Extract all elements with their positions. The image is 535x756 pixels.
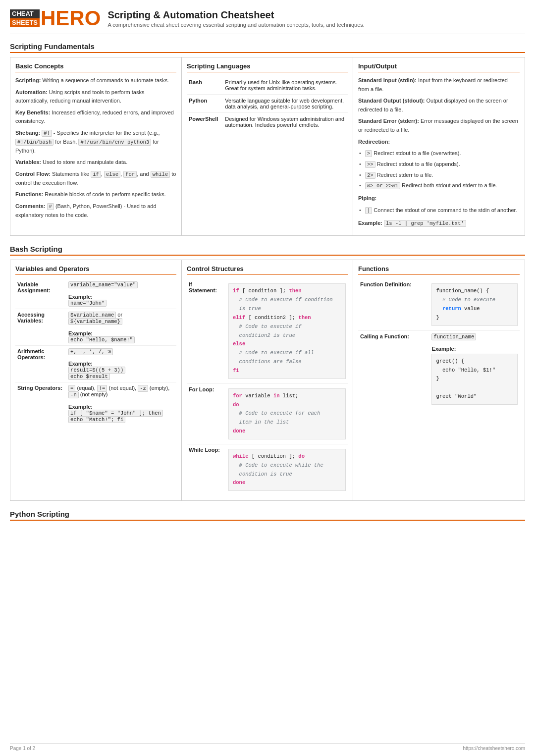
- table-row: PowerShell Designed for Windows system a…: [187, 113, 348, 131]
- fn-call-content: function_name Example: greet() { echo "H…: [429, 330, 520, 409]
- redirect-append-code: >>: [365, 161, 375, 168]
- list-item: &> or 2>&1 Redirect both stdout and stde…: [358, 180, 520, 191]
- for-code: for: [123, 171, 137, 178]
- shebang-code: #!: [42, 130, 52, 137]
- table-row: Function Definition: function_name() { #…: [358, 279, 520, 330]
- fn-def-label: Function Definition:: [358, 279, 429, 330]
- keyword-in: in: [273, 393, 280, 399]
- page-number: Page 1 of 2: [10, 746, 35, 751]
- functions-header: Functions: [358, 265, 520, 275]
- key-benefits-label: Key Benefits:: [15, 109, 50, 115]
- logo-sheets: SHEETS: [10, 18, 40, 27]
- functions-table: Function Definition: function_name() { #…: [358, 279, 520, 409]
- piping-list: | Connect the stdout of one command to t…: [358, 205, 520, 216]
- var-access-code1: $variable_name: [68, 312, 116, 319]
- page-footer: Page 1 of 2 https://cheatsheetshero.com: [10, 743, 525, 751]
- string-op-example2: echo "Match!"; fi: [68, 416, 125, 423]
- keyword-do-while: do: [298, 453, 305, 459]
- comment-while: # Code to execute while the: [239, 462, 323, 468]
- string-op-content: = (equal), != (not equal), -z (empty), -…: [66, 382, 176, 426]
- control-structures-panel: Control Structures IfStatement: if [ con…: [182, 260, 353, 500]
- fn-call-example: greet() { echo "Hello, $1!" } greet "Wor…: [431, 354, 518, 405]
- arith-example2: echo $result: [68, 373, 110, 380]
- lang-powershell-desc: Designed for Windows system administrati…: [223, 113, 348, 131]
- comment-if: # Code to execute if condition: [239, 297, 333, 303]
- keyword-then2: then: [298, 315, 311, 321]
- keyword-then: then: [289, 288, 301, 294]
- var-assign-content: variable_name="value" Example: name="Joh…: [66, 279, 176, 309]
- for-code-block: for variable in list; do # Code to execu…: [228, 388, 346, 439]
- string-op-example1: if [ "$name" = "John" ]; then: [68, 410, 163, 417]
- comment-else: # Code to execute if all: [239, 350, 314, 356]
- table-row: VariableAssignment: variable_name="value…: [15, 279, 176, 309]
- example-label: Example:: [358, 220, 382, 226]
- example-label: Example:: [68, 404, 93, 410]
- lang-python-desc: Versatile language suitable for web deve…: [223, 95, 348, 113]
- arith-label: ArithmeticOperators:: [15, 346, 66, 382]
- var-assign-label: VariableAssignment:: [15, 279, 66, 309]
- arith-example1: result=$((5 + 3)): [68, 367, 125, 374]
- variables-panel: Variables and Operators VariableAssignme…: [10, 260, 182, 500]
- fundamentals-grid: Basic Concepts Scripting: Writing a sequ…: [10, 57, 525, 236]
- comment-if2: is true: [239, 306, 261, 312]
- fn-call-code: function_name: [431, 333, 476, 340]
- example-label: Example:: [68, 294, 93, 300]
- example-label: Example:: [68, 361, 93, 367]
- list-item: >> Redirect stdout to a file (appends).: [358, 159, 520, 170]
- comment-else2: conditions are false: [239, 359, 302, 365]
- stdout-label: Standard Output (stdout):: [358, 98, 425, 104]
- comment-elif: # Code to execute if: [239, 324, 302, 329]
- table-row: For Loop: for variable in list; do # Cod…: [187, 383, 348, 444]
- redirect-stderr-code: 2>: [365, 172, 375, 179]
- functions-label: Functions:: [15, 191, 43, 197]
- automation-label: Automation:: [15, 89, 48, 95]
- logo-text-left: CHEAT SHEETS: [10, 9, 40, 27]
- hash-code: #: [47, 203, 54, 210]
- lang-python-name: Python: [187, 95, 223, 113]
- while-content: while [ condition ]; do # Code to execut…: [226, 444, 348, 495]
- string-op-z: -z: [138, 385, 148, 392]
- variables-header: Variables and Operators: [15, 265, 176, 275]
- section-scripting-fundamentals: Scripting Fundamentals: [10, 42, 525, 53]
- keyword-do: do: [233, 402, 239, 408]
- input-output-panel: Input/Output Standard Input (stdin): Inp…: [353, 57, 525, 235]
- list-item: > Redirect stdout to a file (overwrites)…: [358, 148, 520, 159]
- header-text: Scripting & Automation Cheatsheet A comp…: [107, 9, 365, 28]
- fn-return: return: [442, 306, 461, 312]
- example-code: ls -l | grep 'myfile.txt': [384, 220, 466, 227]
- control-header: Control Structures: [187, 265, 348, 275]
- var-access-example: echo "Hello, $name!": [68, 336, 135, 343]
- example-label: Example:: [68, 330, 93, 336]
- if-code: if: [91, 171, 101, 178]
- bash-grid: Variables and Operators VariableAssignme…: [10, 260, 525, 501]
- table-row: AccessingVariables: $variable_name or ${…: [15, 309, 176, 346]
- for-content: for variable in list; do # Code to execu…: [226, 383, 348, 444]
- shebang-label: Shebang:: [15, 130, 40, 136]
- fn-def-content: function_name() { # Code to execute retu…: [429, 279, 520, 330]
- comments-label: Comments:: [15, 203, 46, 209]
- arith-content: +, -, *, /, % Example: result=$((5 + 3))…: [66, 346, 176, 382]
- keyword-done-for: done: [233, 428, 245, 434]
- basic-concepts-content: Scripting: Writing a sequence of command…: [15, 76, 176, 219]
- logo-cheat: CHEAT: [10, 9, 40, 18]
- shebang-python: #!/usr/bin/env python3: [78, 139, 151, 146]
- stderr-label: Standard Error (stderr):: [358, 118, 419, 124]
- functions-panel: Functions Function Definition: function_…: [353, 260, 525, 500]
- scripting-languages-panel: Scripting Languages Bash Primarily used …: [182, 57, 353, 235]
- variables-table: VariableAssignment: variable_name="value…: [15, 279, 176, 425]
- var-access-label: AccessingVariables:: [15, 309, 66, 346]
- keyword-while: while: [233, 453, 249, 459]
- stdin-label: Standard Input (stdin):: [358, 77, 417, 83]
- if-code-block: if [ condition ]; then # Code to execute…: [228, 283, 346, 378]
- comment-elif2: condition2 is true: [239, 332, 295, 338]
- lang-bash-desc: Primarily used for Unix-like operating s…: [223, 76, 348, 95]
- keyword-elif: elif: [233, 315, 245, 321]
- footer-url[interactable]: https://cheatsheetshero.com: [463, 746, 525, 751]
- example-label: Example:: [431, 346, 456, 352]
- string-op-label: String Operators:: [15, 382, 66, 426]
- fn-def-code: function_name() { # Code to execute retu…: [431, 283, 518, 325]
- variables-label: Variables:: [15, 159, 41, 165]
- redirection-section: Redirection: > Redirect stdout to a file…: [358, 138, 520, 192]
- piping-section: Piping: | Connect the stdout of one comm…: [358, 194, 520, 216]
- redirect-both-code: &> or 2>&1: [365, 182, 400, 189]
